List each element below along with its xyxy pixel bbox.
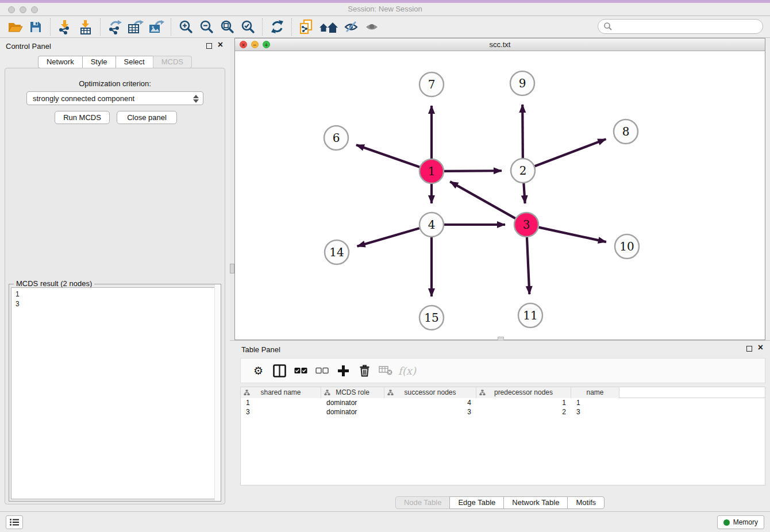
search-input[interactable] — [598, 19, 763, 34]
splitter-handle[interactable] — [230, 264, 234, 273]
table-panel: Table Panel × ⚙ f(x) — [230, 340, 770, 511]
table-cell: 3 — [241, 407, 321, 417]
table-cell: 4 — [384, 398, 476, 407]
select-all-columns-icon[interactable] — [290, 361, 311, 380]
toolbar-separator — [262, 18, 263, 36]
export-network-icon[interactable] — [105, 18, 125, 36]
graph-node-label-11: 11 — [523, 309, 537, 322]
deselect-all-columns-icon[interactable] — [311, 361, 333, 380]
graph-node-label-8: 8 — [622, 125, 630, 138]
graph-edge-2-3[interactable] — [523, 183, 525, 203]
column-header-shared-name[interactable]: shared name — [241, 387, 321, 398]
main-titlebar: Session: New Session — [0, 0, 770, 16]
graph-edge-2-8[interactable] — [535, 139, 606, 166]
close-table-panel-icon[interactable]: × — [758, 342, 763, 353]
table-panel-tabs: Node TableEdge TableNetwork TableMotifs — [230, 496, 770, 509]
graph-node-label-2: 2 — [519, 164, 527, 178]
close-panel-icon[interactable]: × — [218, 40, 223, 50]
table-row[interactable]: 1dominator411 — [241, 398, 765, 407]
function-builder-icon[interactable]: f(x) — [396, 361, 418, 380]
graph-edge-2-9[interactable] — [522, 105, 523, 158]
tab-node-table[interactable]: Node Table — [395, 496, 451, 509]
column-header-name[interactable]: name — [571, 387, 619, 398]
create-column-icon[interactable] — [333, 361, 354, 380]
graph-edge-1-2[interactable] — [444, 171, 502, 171]
memory-label: Memory — [733, 518, 758, 526]
refresh-view-icon[interactable] — [267, 18, 287, 36]
table-cell: 1 — [241, 398, 321, 407]
graph-edge-4-14[interactable] — [357, 228, 419, 246]
clone-network-icon[interactable] — [296, 18, 317, 36]
graph-edge-3-11[interactable] — [527, 237, 529, 294]
mcds-result-text[interactable]: 1 3 — [11, 287, 219, 499]
show-graphics-details-icon[interactable] — [361, 18, 382, 36]
float-table-panel-icon[interactable] — [746, 346, 752, 352]
zoom-selected-icon[interactable] — [237, 18, 258, 36]
graph-edge-3-10[interactable] — [538, 228, 606, 242]
memory-button[interactable]: Memory — [717, 515, 764, 529]
tab-select[interactable]: Select — [116, 56, 153, 68]
column-header-successor-nodes[interactable]: successor nodes — [384, 387, 476, 398]
graph-node-label-9: 9 — [519, 76, 526, 90]
hide-details-icon[interactable] — [341, 18, 361, 36]
float-panel-icon[interactable] — [206, 43, 212, 49]
apply-layout-icon[interactable] — [317, 18, 341, 36]
search-icon — [603, 22, 613, 31]
tab-mcds[interactable]: MCDS — [153, 56, 192, 68]
table-cell: dominator — [321, 398, 384, 407]
table-row[interactable]: 3dominator323 — [241, 407, 765, 417]
table-header-row: shared nameMCDS rolesuccessor nodesprede… — [241, 387, 765, 398]
import-network-icon[interactable] — [55, 18, 75, 36]
column-header-predecessor-nodes[interactable]: predecessor nodes — [476, 387, 571, 398]
graph-node-label-15: 15 — [424, 311, 438, 325]
column-header-MCDS-role[interactable]: MCDS role — [321, 387, 384, 398]
mcds-result-group: MCDS result (2 nodes) 1 3 — [9, 284, 221, 502]
criterion-value: strongly connected component — [33, 94, 134, 103]
mcds-panel: Optimization criterion: strongly connect… — [5, 68, 225, 504]
task-history-button[interactable] — [6, 515, 23, 529]
result-scrollbar[interactable] — [214, 284, 221, 501]
toolbar-separator — [50, 18, 51, 36]
save-session-icon[interactable] — [25, 18, 46, 36]
graph-edge-1-6[interactable] — [356, 145, 419, 167]
graph-node-label-4: 4 — [428, 218, 436, 232]
graph-node-label-7: 7 — [428, 78, 436, 91]
table-settings-icon[interactable]: ⚙ — [248, 361, 269, 380]
optimization-criterion-label: Optimization criterion: — [5, 79, 225, 88]
run-mcds-button[interactable]: Run MCDS — [55, 111, 110, 124]
main-toolbar — [0, 16, 770, 38]
control-panel-title: Control Panel — [6, 42, 51, 51]
close-panel-button[interactable]: Close panel — [117, 111, 177, 124]
control-panel: Control Panel × NetworkStyleSelectMCDS O… — [0, 38, 230, 511]
network-graph: 7968124314101511 — [235, 51, 765, 338]
delete-columns-icon[interactable] — [354, 361, 375, 380]
fit-content-icon[interactable] — [217, 18, 237, 36]
graph-node-label-1: 1 — [428, 164, 436, 178]
graph-edge-3-1[interactable] — [450, 182, 515, 218]
table-body: 1dominator4113dominator323 — [241, 398, 765, 417]
table-cell: dominator — [321, 407, 384, 417]
export-table-icon[interactable] — [125, 18, 146, 36]
network-canvas[interactable]: 7968124314101511 — [235, 51, 765, 340]
table-panel-title: Table Panel — [241, 345, 280, 354]
zoom-out-icon[interactable] — [196, 18, 217, 36]
export-image-icon[interactable] — [146, 18, 167, 36]
open-session-icon[interactable] — [5, 18, 25, 36]
network-window-titlebar: × − + scc.txt — [235, 38, 765, 51]
tab-network[interactable]: Network — [38, 56, 83, 68]
zoom-in-icon[interactable] — [175, 18, 196, 36]
control-panel-tabs: NetworkStyleSelectMCDS — [0, 56, 230, 68]
tab-edge-table[interactable]: Edge Table — [449, 496, 504, 509]
import-table-icon[interactable] — [75, 18, 96, 36]
table-cell: 1 — [476, 398, 571, 407]
criterion-select[interactable]: strongly connected component — [26, 91, 203, 105]
tab-motifs[interactable]: Motifs — [567, 496, 605, 509]
delete-table-icon[interactable] — [375, 361, 396, 380]
tab-network-table[interactable]: Network Table — [503, 496, 568, 509]
graph-node-label-3: 3 — [523, 218, 530, 232]
table-cell: 3 — [571, 407, 619, 417]
application-window: Session: New Session — [0, 0, 770, 532]
tab-style[interactable]: Style — [82, 56, 116, 68]
table-cell: 2 — [476, 407, 571, 417]
show-columns-icon[interactable] — [269, 361, 290, 380]
